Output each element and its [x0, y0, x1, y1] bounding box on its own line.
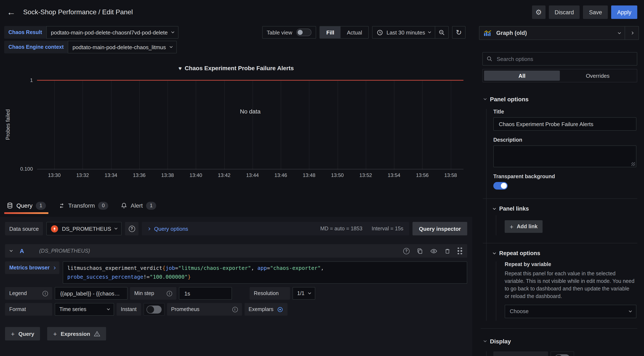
datasource-picker[interactable]: DS_PROMETHEUS [46, 222, 122, 235]
chevron-right-icon [147, 227, 150, 230]
filter-tab-overrides[interactable]: Overrides [560, 71, 636, 81]
discard-button[interactable]: Discard [549, 5, 580, 19]
query-datasource-hint: (DS_PROMETHEUS) [39, 248, 90, 254]
section-panel-links[interactable]: Panel links [493, 205, 637, 212]
resize-grip-icon[interactable] [631, 162, 635, 166]
tab-alert[interactable]: Alert 1 [121, 197, 156, 213]
table-view-toggle[interactable] [296, 28, 312, 36]
trash-icon[interactable] [444, 248, 450, 254]
resolution-field-label: Resolution [250, 287, 290, 300]
bars-toggle[interactable] [555, 354, 570, 356]
query-options-row-1: Legend i Min step i Resolution [5, 287, 467, 300]
edit-panel-main: Chaos Result podtato-main-pod-delete-cha… [0, 24, 476, 356]
resolution-select[interactable]: 1/1 [292, 287, 316, 300]
instant-toggle[interactable] [146, 306, 162, 314]
variable-label: Chaos Engine context [4, 41, 68, 53]
x-tick-label: 13:54 [388, 172, 400, 178]
panel-title-input[interactable] [498, 120, 632, 128]
repeat-description: Repeat this panel for each value in the … [505, 270, 637, 300]
plus-icon: + [11, 330, 15, 338]
time-range-group: Last 30 minutes [372, 26, 449, 39]
info-icon: i [167, 291, 172, 296]
tab-query[interactable]: Query 1 [7, 197, 46, 213]
variable-value-dropdown[interactable]: podtato-main-pod-delete-chaosnl7vd-pod-d… [46, 26, 179, 39]
grafana-edit-panel: ← Sock-Shop Performance / Edit Panel ⚙ D… [0, 0, 644, 356]
datasource-help-button[interactable]: ? [125, 222, 138, 235]
query-inspector-button[interactable]: Query inspector [413, 222, 467, 235]
refresh-button[interactable]: ↻ [452, 26, 466, 39]
actual-option[interactable]: Actual [340, 26, 368, 38]
repeat-by-variable-label: Repeat by variable [505, 261, 637, 267]
filter-tab-all[interactable]: All [484, 71, 560, 81]
apply-button[interactable]: Apply [611, 5, 637, 19]
x-tick-label: 13:38 [161, 172, 174, 178]
plus-icon: + [510, 223, 514, 230]
visualization-picker[interactable]: Graph (old) [480, 26, 625, 39]
refresh-icon: ↻ [456, 28, 462, 37]
promql-expression[interactable]: litmuschaos_experiment_verdict{job="litm… [63, 261, 467, 284]
section-heading: Display [490, 338, 511, 345]
gridline [309, 80, 310, 169]
label-text: Exemplars [248, 307, 274, 313]
variable-value: podtato-main-pod-delete-chaosnl7vd-pod-d… [51, 29, 168, 35]
query-row-a: A (DS_PROMETHEUS) ? Metrics browser [5, 244, 467, 316]
bars-option-row: Bars [493, 351, 636, 356]
format-select[interactable]: Time series [55, 303, 114, 316]
chevron-down-icon [172, 30, 174, 33]
query-options-toggle[interactable]: Query options [148, 225, 188, 232]
gear-icon: ⚙ [536, 8, 542, 17]
chevron-down-icon [107, 307, 110, 310]
exemplars-field[interactable]: Exemplars [244, 303, 287, 316]
query-row-header[interactable]: A (DS_PROMETHEUS) ? [5, 244, 467, 258]
query-row-body: Metrics browser litmuschaos_experiment_v… [5, 261, 467, 284]
x-tick-label: 13:56 [416, 172, 429, 178]
add-link-label: Add link [517, 224, 538, 229]
gridline [422, 80, 423, 169]
prometheus-icon [51, 225, 58, 232]
save-button[interactable]: Save [583, 5, 608, 19]
plot-area[interactable]: Probes failed 1 0.100 No data 13:3013:32… [37, 80, 464, 169]
add-expression-button[interactable]: + Expression [47, 327, 106, 341]
min-step-input[interactable] [184, 290, 227, 297]
top-bar-actions: ⚙ Discard Save Apply [532, 5, 637, 19]
zoom-out-button[interactable] [435, 26, 448, 38]
metrics-browser-button[interactable]: Metrics browser [5, 261, 59, 274]
title-field-label: Title [493, 109, 637, 115]
query-options-bar: Query options MD = auto = 1853 Interval … [142, 222, 409, 235]
gridline [252, 80, 253, 169]
eye-icon[interactable] [430, 248, 437, 254]
legend-field-label: Legend i [5, 287, 52, 300]
chevron-down-icon [484, 339, 486, 342]
add-query-button[interactable]: + Query [5, 327, 40, 341]
threshold-line [37, 80, 464, 81]
chevron-down-icon [618, 31, 621, 34]
repeat-variable-select[interactable]: Choose [505, 305, 636, 318]
duplicate-icon[interactable] [417, 248, 423, 254]
panel-view-toolbar: Table view Fill Actual Last 30 minutes ↻ [262, 26, 466, 39]
add-link-button[interactable]: + Add link [505, 220, 542, 233]
chevron-down-icon [484, 97, 486, 100]
section-panel-options[interactable]: Panel options [484, 96, 637, 103]
legend-input[interactable] [59, 290, 123, 297]
fill-option[interactable]: Fill [320, 26, 341, 38]
x-tick-label: 13:42 [218, 172, 230, 178]
section-display[interactable]: Display [484, 338, 637, 345]
panel-settings-button[interactable]: ⚙ [532, 5, 545, 19]
options-search-input[interactable] [496, 55, 633, 62]
viz-picker-expand-button[interactable] [625, 26, 638, 39]
repeat-options-body: Repeat by variable Repeat this panel for… [496, 261, 637, 321]
help-icon[interactable]: ? [403, 248, 410, 254]
gridline [366, 80, 366, 169]
drag-handle-icon[interactable] [458, 248, 462, 254]
chevron-down-icon [114, 226, 118, 229]
transparent-bg-toggle[interactable] [493, 182, 508, 189]
display-body: Bars [486, 351, 637, 356]
section-repeat-options[interactable]: Repeat options [493, 250, 637, 256]
back-arrow-icon[interactable]: ← [7, 7, 16, 17]
time-range-picker[interactable]: Last 30 minutes [372, 26, 435, 38]
query-type-field-label: Prometheus i [167, 303, 242, 316]
variable-chaos-result: Chaos Result podtato-main-pod-delete-cha… [4, 26, 179, 39]
variable-value-dropdown[interactable]: podtato-main-pod-delete-chaos_litmus [68, 41, 177, 53]
tab-transform[interactable]: Transform 0 [58, 197, 108, 213]
panel-description-textarea[interactable] [493, 146, 636, 167]
